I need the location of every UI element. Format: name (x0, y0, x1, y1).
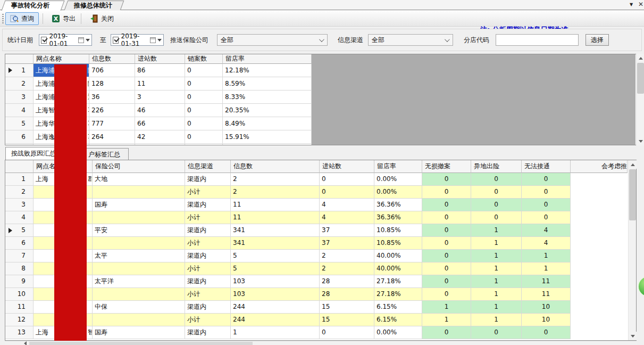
cell-insurer[interactable] (93, 314, 185, 326)
cell-channel[interactable]: 小计 (185, 211, 231, 224)
cell-unreachable[interactable]: 1 (522, 250, 571, 262)
column-header[interactable]: 信息数 (231, 160, 320, 173)
table-row[interactable]: 1上海郡隆大地渠道内200.00%000 (5, 173, 636, 186)
corner-header[interactable] (5, 54, 34, 64)
table-row[interactable]: 5平安渠道内3413710.85%014 (5, 224, 636, 237)
row-indicator[interactable]: 6 (5, 130, 34, 144)
cell-insurer[interactable] (93, 211, 185, 224)
cell-station-count[interactable]: 15 (320, 314, 374, 326)
cell-station-count[interactable]: 0 (320, 326, 374, 339)
row-indicator[interactable]: 6 (5, 237, 34, 250)
row-indicator[interactable]: 12 (5, 314, 34, 326)
cell-station-count[interactable]: 2 (320, 250, 374, 262)
cell-info-count[interactable]: 11 (231, 199, 320, 211)
cell-info-count[interactable]: 5 (231, 262, 320, 275)
row-indicator[interactable]: 2 (5, 77, 34, 91)
cell-no-damage-withdraw[interactable]: 0 (422, 173, 471, 186)
scrollbar-thumb[interactable] (29, 342, 253, 345)
column-header[interactable]: 无法接通 (522, 160, 571, 173)
cell-no-damage-withdraw[interactable]: 0 (422, 224, 471, 237)
insurer-select[interactable]: 全部 (217, 34, 328, 46)
corner-header[interactable] (5, 160, 34, 173)
cell-info-count[interactable]: 2 (231, 186, 320, 199)
cell-channel[interactable]: 渠道内 (185, 199, 231, 211)
scrollbar-thumb[interactable] (637, 63, 644, 94)
cell-no-damage-withdraw[interactable]: 1 (422, 301, 471, 314)
cell-info-count[interactable]: 706 (89, 64, 135, 77)
cell-insurer[interactable]: 太平洋 (93, 275, 185, 288)
column-header[interactable]: 无损撤案 (422, 160, 471, 173)
cell-retention-rate[interactable]: 12.18% (223, 64, 312, 77)
cell-remote-incident[interactable]: 1 (471, 288, 522, 301)
cell-retention-rate[interactable]: 10.85% (374, 224, 422, 237)
cell-station-count[interactable]: 42 (135, 130, 185, 144)
cell-channel[interactable]: 小计 (185, 288, 231, 301)
table-row[interactable]: 11中保渠道内244156.15%1110 (5, 301, 636, 314)
row-indicator[interactable]: 3 (5, 91, 34, 104)
cell-retention-rate[interactable]: 8.49% (223, 117, 312, 130)
summary-grid-vscrollbar[interactable] (636, 54, 644, 145)
table-row[interactable]: 7太平渠道内5240.00%011 (5, 250, 636, 262)
cell-station-count[interactable]: 28 (320, 288, 374, 301)
cell-channel[interactable]: 渠道内 (185, 173, 231, 186)
column-header[interactable]: 进站数 (135, 54, 185, 64)
cell-retention-rate[interactable]: 40.00% (374, 250, 422, 262)
scroll-left-icon[interactable] (21, 341, 29, 345)
cell-unreachable[interactable]: 4 (522, 237, 571, 250)
column-header[interactable]: 进站数 (320, 160, 374, 173)
table-row[interactable]: 8小计5240.00%011 (5, 262, 636, 275)
cell-info-count[interactable]: 128 (89, 77, 135, 91)
row-indicator[interactable]: 3 (5, 199, 34, 211)
cell-remote-incident[interactable]: 1 (471, 314, 522, 326)
cell-insurer[interactable]: 国寿 (93, 199, 185, 211)
row-indicator[interactable]: 4 (5, 104, 34, 117)
cell-channel[interactable]: 小计 (185, 186, 231, 199)
cell-retention-rate[interactable]: 36.36% (374, 211, 422, 224)
cell-closed-count[interactable]: 0 (185, 64, 223, 77)
cell-info-count[interactable]: 244 (231, 314, 320, 326)
scroll-up-icon[interactable] (629, 160, 637, 169)
cell-unreachable[interactable]: 0 (522, 186, 571, 199)
date-from-checkbox[interactable] (41, 37, 47, 44)
cell-remote-incident[interactable]: 1 (471, 237, 522, 250)
cell-retention-rate[interactable]: 27.18% (374, 275, 422, 288)
cell-no-damage-withdraw[interactable]: 0 (422, 262, 471, 275)
cell-retention-rate[interactable]: 8.59% (223, 77, 312, 91)
date-to-checkbox[interactable] (113, 37, 119, 44)
cell-closed-count[interactable]: 0 (185, 104, 223, 117)
row-indicator[interactable]: 5 (5, 224, 34, 237)
detail-grid-vscrollbar[interactable] (628, 160, 636, 340)
cell-no-damage-withdraw[interactable]: 1 (422, 314, 471, 326)
cell-retention-rate[interactable]: 0.00% (374, 173, 422, 186)
cell-retention-rate[interactable]: 0.00% (374, 326, 422, 339)
cell-remote-incident[interactable]: 0 (471, 186, 522, 199)
branch-code-input[interactable] (496, 34, 579, 46)
detail-grid-hscrollbar[interactable] (5, 341, 637, 345)
table-row[interactable]: 13上海智隆国寿渠道内100.00%000 (5, 326, 636, 339)
cell-info-count[interactable]: 103 (231, 275, 320, 288)
select-button[interactable]: 选择 (586, 34, 609, 46)
cell-channel[interactable]: 渠道内 (185, 224, 231, 237)
cell-unreachable[interactable]: 0 (522, 211, 571, 224)
cell-info-count[interactable]: 11 (231, 211, 320, 224)
cell-insurer[interactable]: 平安 (93, 224, 185, 237)
cell-no-damage-withdraw[interactable]: 0 (422, 250, 471, 262)
cell-closed-count[interactable]: 0 (185, 130, 223, 144)
cell-retention-rate[interactable]: 6.15% (374, 301, 422, 314)
cell-info-count[interactable]: 103 (231, 288, 320, 301)
cell-unreachable[interactable]: 10 (522, 314, 571, 326)
cell-channel[interactable]: 小计 (185, 237, 231, 250)
export-button[interactable]: X 导出 (47, 12, 80, 25)
row-indicator[interactable]: 1 (5, 64, 34, 77)
cell-insurer[interactable] (93, 237, 185, 250)
table-row[interactable]: 12小计244156.15%1110 (5, 314, 636, 326)
cell-insurer[interactable] (93, 186, 185, 199)
cell-channel[interactable]: 渠道内 (185, 275, 231, 288)
cell-retention-rate[interactable]: 20.35% (223, 104, 312, 117)
cell-channel[interactable]: 小计 (185, 262, 231, 275)
tab-repair-statistics[interactable]: 推修总体统计 (64, 1, 124, 10)
cell-retention-rate[interactable]: 40.00% (374, 262, 422, 275)
cell-unreachable[interactable]: 11 (522, 275, 571, 288)
cell-station-count[interactable]: 15 (320, 301, 374, 314)
scroll-down-icon[interactable] (637, 137, 644, 145)
